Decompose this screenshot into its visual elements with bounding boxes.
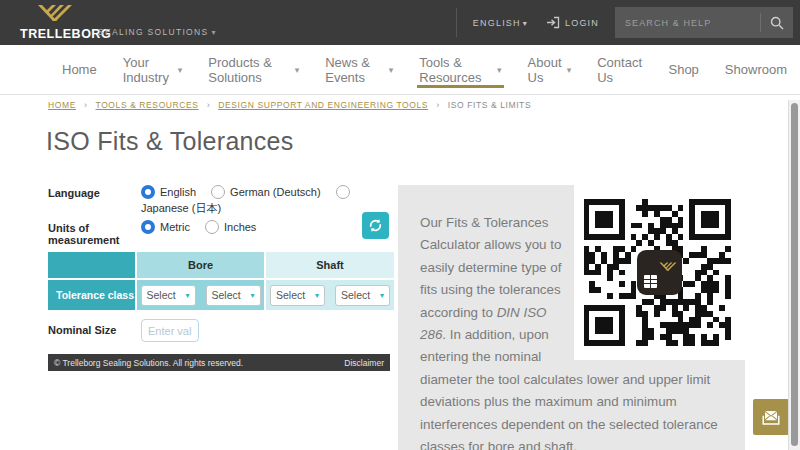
chevron-down-icon: ▾ xyxy=(315,291,319,300)
select-value: Select xyxy=(212,289,241,301)
search-button[interactable] xyxy=(761,7,793,38)
tolerance-class-row-label: Tolerance class xyxy=(48,280,135,310)
top-header-bar: TRELLEBORG SEALING SOLUTIONS▾ ENGLISH▾ L… xyxy=(0,0,800,45)
select-value: Select xyxy=(147,289,176,301)
nav-item-label: Tools & Resources xyxy=(419,55,493,85)
breadcrumb-separator: › xyxy=(84,100,88,110)
chevron-down-icon: ▾ xyxy=(497,65,502,75)
calculator-footer: © Trelleborg Sealing Solutions. All righ… xyxy=(48,354,390,371)
nav-item-showroom[interactable]: Showroom xyxy=(712,45,800,94)
bore-selects-cell: Select▾Select▾ xyxy=(137,280,264,310)
nav-item-label: About Us xyxy=(528,55,563,85)
breadcrumb-current: ISO FITS & LIMITS xyxy=(448,100,531,110)
radio-selected-icon[interactable] xyxy=(141,185,155,199)
nav-item-contact-us[interactable]: Contact Us xyxy=(584,45,655,94)
nav-item-shop[interactable]: Shop xyxy=(655,45,711,94)
brand-name: TRELLEBORG xyxy=(20,27,90,41)
nav-item-label: Products & Solutions xyxy=(208,55,290,85)
chevron-down-icon: ▾ xyxy=(211,28,216,37)
chevron-down-icon: ▾ xyxy=(185,291,189,300)
breadcrumb-link[interactable]: DESIGN SUPPORT AND ENGINEERING TOOLS xyxy=(218,100,428,110)
chevron-down-icon: ▾ xyxy=(250,291,254,300)
select-value: Select xyxy=(341,289,370,301)
copyright-text: © Trelleborg Sealing Solutions. All righ… xyxy=(54,358,243,368)
tolerance-table: Bore Shaft Tolerance class Select▾Select… xyxy=(48,252,390,310)
scrollbar-thumb[interactable] xyxy=(791,103,798,446)
chevron-down-icon: ▾ xyxy=(380,291,384,300)
chevron-down-icon: ▾ xyxy=(567,65,572,75)
shaft-column-header: Shaft xyxy=(266,252,394,278)
language-option-german-deutsch-[interactable]: German (Deutsch) xyxy=(211,186,320,198)
radio-unselected-icon[interactable] xyxy=(211,185,225,199)
nav-item-your-industry[interactable]: Your Industry▾ xyxy=(110,45,196,94)
sync-arrows-icon xyxy=(367,217,384,234)
bore-tolerance-select-1[interactable]: Select▾ xyxy=(141,285,196,306)
header-divider xyxy=(456,8,457,37)
division-selector[interactable]: SEALING SOLUTIONS▾ xyxy=(98,27,217,37)
radio-unselected-icon[interactable] xyxy=(336,185,350,199)
disclaimer-link[interactable]: Disclaimer xyxy=(344,358,384,368)
chevron-down-icon: ▾ xyxy=(178,65,183,75)
chevron-down-icon: ▾ xyxy=(523,19,528,28)
login-arrow-icon xyxy=(546,16,560,29)
nav-item-news-events[interactable]: News & Events▾ xyxy=(312,45,406,94)
table-corner-cell xyxy=(48,252,135,278)
select-value: Select xyxy=(276,289,305,301)
breadcrumb-link[interactable]: HOME xyxy=(48,100,76,110)
nav-item-label: Contact Us xyxy=(597,55,642,85)
breadcrumb-separator: › xyxy=(207,100,211,110)
nav-item-label: Shop xyxy=(668,62,698,77)
radio-selected-icon[interactable] xyxy=(141,220,155,234)
contact-mail-button[interactable] xyxy=(753,399,789,435)
nominal-size-label: Nominal Size xyxy=(48,319,141,342)
chevron-down-icon: ▾ xyxy=(295,65,300,75)
trelleborg-triangle-logo-icon xyxy=(20,4,90,26)
bore-tolerance-select-2[interactable]: Select▾ xyxy=(206,285,261,306)
refresh-button[interactable] xyxy=(362,212,389,239)
bore-column-header: Bore xyxy=(137,252,264,278)
search-input[interactable] xyxy=(615,7,760,38)
search-box xyxy=(615,7,793,38)
chevron-down-icon: ▾ xyxy=(389,65,394,75)
info-panel: Our Fits & Tolerances Calculator allows … xyxy=(398,185,745,450)
qr-code-card xyxy=(574,185,745,360)
main-navigation: HomeYour Industry▾Products & Solutions▾N… xyxy=(0,45,800,95)
language-option-english[interactable]: English xyxy=(141,186,196,198)
trelleborg-logo[interactable]: TRELLEBORG xyxy=(20,4,90,41)
units-option-inches[interactable]: Inches xyxy=(205,221,256,233)
calculator-form: Language EnglishGerman (Deutsch)Japanese… xyxy=(48,184,390,371)
breadcrumb: HOME›TOOLS & RESOURCES›DESIGN SUPPORT AN… xyxy=(48,100,531,110)
language-dropdown[interactable]: ENGLISH▾ xyxy=(473,18,528,28)
shaft-tolerance-select-1[interactable]: Select▾ xyxy=(270,285,325,306)
nav-item-home[interactable]: Home xyxy=(49,45,110,94)
page-scrollbar[interactable] xyxy=(788,100,800,450)
page-title: ISO Fits & Tolerances xyxy=(46,127,294,156)
units-radio-group: MetricInches xyxy=(141,219,390,241)
units-option-metric[interactable]: Metric xyxy=(141,221,190,233)
magnifier-icon xyxy=(770,16,784,30)
nav-item-products-solutions[interactable]: Products & Solutions▾ xyxy=(195,45,312,94)
units-label: Units of measurement xyxy=(48,219,141,241)
login-button[interactable]: LOGIN xyxy=(546,16,599,29)
qr-center-logo xyxy=(637,250,682,295)
breadcrumb-link[interactable]: TOOLS & RESOURCES xyxy=(96,100,199,110)
trelleborg-triangle-logo-icon xyxy=(659,257,677,275)
nav-item-label: Your Industry xyxy=(123,55,174,85)
nav-item-label: News & Events xyxy=(325,55,385,85)
breadcrumb-separator: › xyxy=(436,100,440,110)
nav-item-label: Showroom xyxy=(725,62,787,77)
envelope-icon xyxy=(760,408,782,427)
login-label: LOGIN xyxy=(565,18,599,28)
language-radio-group: EnglishGerman (Deutsch)Japanese (日本) xyxy=(141,184,390,219)
shaft-selects-cell: Select▾Select▾ xyxy=(266,280,394,310)
shaft-tolerance-select-2[interactable]: Select▾ xyxy=(335,285,390,306)
language-label: Language xyxy=(48,184,141,219)
radio-unselected-icon[interactable] xyxy=(205,220,219,234)
grid-glyph-icon xyxy=(644,275,657,288)
nav-item-tools-resources[interactable]: Tools & Resources▾ xyxy=(406,45,514,94)
nominal-size-input[interactable] xyxy=(141,319,199,342)
nav-item-label: Home xyxy=(62,62,97,77)
nav-item-about-us[interactable]: About Us▾ xyxy=(515,45,585,94)
